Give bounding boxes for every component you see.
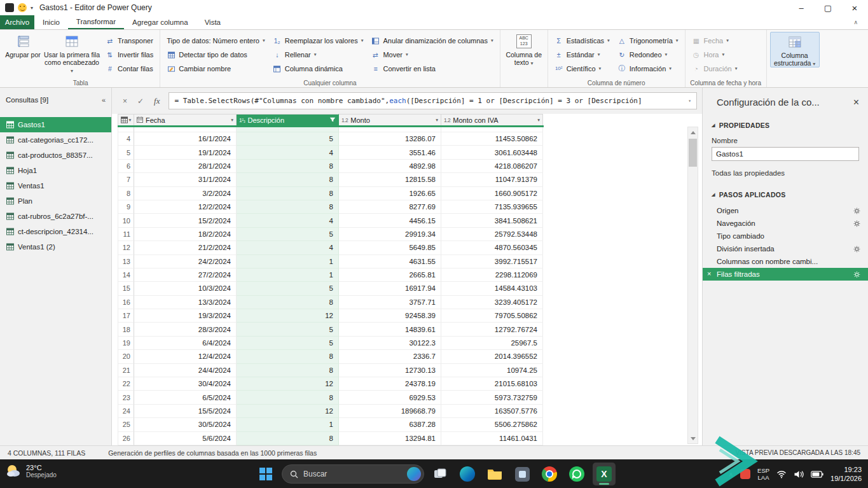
cell-descripcion[interactable]: 8 — [237, 350, 339, 363]
column-header-monto[interactable]: 1.2 Monto ▾ — [339, 114, 441, 125]
cell-fecha[interactable]: 30/5/2024 — [134, 418, 237, 431]
invertir-filas-button[interactable]: ⇅Invertir filas — [102, 48, 156, 61]
step-settings-gear-icon[interactable] — [853, 207, 860, 214]
cell-monto-con-iva[interactable]: 3239.405172 — [441, 296, 543, 309]
cell-descripcion[interactable]: 12 — [237, 405, 339, 418]
estadisticas-button[interactable]: ΣEstadísticas▾ — [551, 34, 613, 47]
select-all-corner[interactable]: ▾ — [118, 114, 134, 125]
cell-descripcion[interactable]: 5 — [237, 132, 339, 146]
hora-button[interactable]: ◷Hora▾ — [689, 48, 741, 61]
cell-monto-con-iva[interactable]: 1660.905172 — [441, 187, 543, 200]
cell-monto-con-iva[interactable]: 79705.50862 — [441, 309, 543, 323]
cell-descripcion[interactable]: 1 — [237, 255, 339, 268]
language-indicator[interactable]: ESP LAA — [757, 467, 769, 482]
whatsapp-button[interactable] — [565, 463, 588, 485]
agrupar-por-button[interactable]: Agrupar por — [4, 32, 41, 59]
expand-formula-icon[interactable]: ▾ — [683, 98, 691, 104]
cell-monto-con-iva[interactable]: 14584.43103 — [441, 282, 543, 295]
cell-descripcion[interactable]: 8 — [237, 391, 339, 404]
redondeo-button[interactable]: ↻Redondeo▾ — [614, 48, 682, 61]
cell-fecha[interactable]: 28/1/2024 — [134, 160, 237, 173]
chrome-button[interactable] — [538, 463, 561, 485]
cell-monto-con-iva[interactable]: 2014.396552 — [441, 350, 543, 363]
cell-monto[interactable]: 3551.46 — [339, 146, 441, 159]
row-number[interactable]: 14 — [118, 268, 134, 282]
cell-descripcion[interactable]: 4 — [237, 214, 339, 227]
cell-descripcion[interactable]: 4 — [237, 241, 339, 254]
cell-monto[interactable]: 6929.53 — [339, 391, 441, 404]
cell-monto[interactable]: 6387.28 — [339, 418, 441, 431]
cell-fecha[interactable]: 5/6/2024 — [134, 432, 237, 445]
cell-fecha[interactable]: 6/4/2024 — [134, 337, 237, 350]
cell-fecha[interactable]: 24/2/2024 — [134, 255, 237, 268]
cell-descripcion[interactable]: 5 — [237, 282, 339, 295]
column-header-fecha[interactable]: Fecha ▾ — [134, 114, 237, 125]
query-item[interactable]: Hoja1 — [0, 163, 111, 178]
search-highlights-icon[interactable] — [407, 467, 421, 481]
row-number[interactable]: 9 — [118, 200, 134, 214]
rellenar-button[interactable]: ↓Rellenar▾ — [270, 48, 367, 61]
scroll-up-arrow[interactable] — [688, 127, 698, 137]
cell-monto-con-iva[interactable]: 5973.732759 — [441, 391, 543, 404]
row-number[interactable]: 19 — [118, 337, 134, 350]
commit-formula-icon[interactable]: ✓ — [137, 97, 144, 106]
transponer-button[interactable]: ⇄Transponer — [102, 34, 156, 47]
volume-icon[interactable] — [794, 470, 804, 478]
cell-monto[interactable]: 30122.3 — [339, 337, 441, 350]
cell-fecha[interactable]: 19/3/2024 — [134, 309, 237, 323]
cell-fecha[interactable]: 12/2/2024 — [134, 200, 237, 214]
applied-step[interactable]: Navegación — [703, 217, 868, 230]
applied-steps-header[interactable]: ◢ PASOS APLICADOS — [703, 191, 868, 199]
filter-applied-icon[interactable] — [329, 116, 336, 124]
columna-de-texto-button[interactable]: ABC123 Columna de texto ▾ — [504, 32, 544, 66]
cell-descripcion[interactable]: 1 — [237, 418, 339, 431]
cell-monto[interactable]: 1926.65 — [339, 187, 441, 200]
informacion-button[interactable]: ⓘInformación▾ — [614, 62, 682, 75]
mover-button[interactable]: ⇄Mover▾ — [368, 48, 496, 61]
clock-widget[interactable]: 19:23 19/1/2026 — [830, 465, 862, 484]
cell-descripcion[interactable]: 8 — [237, 200, 339, 214]
row-number[interactable]: 11 — [118, 228, 134, 241]
query-item[interactable]: cat-categorias_cc172... — [0, 132, 111, 148]
row-number[interactable]: 25 — [118, 418, 134, 431]
tipo-de-datos-button[interactable]: Tipo de datos: Número entero▾ — [163, 34, 268, 47]
cell-fecha[interactable]: 24/4/2024 — [134, 364, 237, 377]
tab-transformar[interactable]: Transformar — [68, 15, 124, 29]
cell-fecha[interactable]: 3/2/2024 — [134, 187, 237, 200]
row-number[interactable]: 4 — [118, 132, 134, 146]
cell-monto[interactable]: 2336.7 — [339, 350, 441, 363]
cell-fecha[interactable]: 18/2/2024 — [134, 228, 237, 241]
wifi-icon[interactable] — [776, 470, 787, 478]
vertical-scrollbar[interactable] — [687, 127, 698, 444]
usar-primera-fila-button[interactable]: Usar la primera fila como encabezado ▾ — [43, 32, 101, 74]
row-number[interactable]: 15 — [118, 282, 134, 295]
scroll-down-arrow[interactable] — [688, 433, 698, 443]
cell-monto[interactable]: 2665.81 — [339, 268, 441, 282]
tray-overflow-chevron-icon[interactable]: ∧ — [729, 471, 733, 478]
cell-monto-con-iva[interactable]: 4218.086207 — [441, 160, 543, 173]
search-box[interactable]: Buscar — [282, 464, 424, 484]
cell-monto-con-iva[interactable]: 163507.5776 — [441, 405, 543, 418]
collapse-ribbon-icon[interactable]: ∧ — [853, 15, 868, 29]
cell-monto-con-iva[interactable]: 3841.508621 — [441, 214, 543, 227]
cell-monto[interactable]: 29919.34 — [339, 228, 441, 241]
cell-monto[interactable]: 4456.15 — [339, 214, 441, 227]
cell-monto-con-iva[interactable]: 25792.53448 — [441, 228, 543, 241]
cell-descripcion[interactable]: 8 — [237, 187, 339, 200]
row-number[interactable]: 26 — [118, 432, 134, 445]
filter-dropdown-icon[interactable]: ▾ — [436, 117, 438, 123]
cell-descripcion[interactable]: 8 — [237, 160, 339, 173]
cell-fecha[interactable]: 16/1/2024 — [134, 132, 237, 146]
tray-app-icon[interactable] — [740, 469, 750, 479]
properties-section-header[interactable]: ◢ PROPIEDADES — [712, 122, 859, 129]
tab-vista[interactable]: Vista — [196, 15, 229, 29]
row-number[interactable]: 8 — [118, 187, 134, 200]
convertir-lista-button[interactable]: ≡Convertir en lista — [368, 62, 496, 75]
cell-monto-con-iva[interactable]: 10974.25 — [441, 364, 543, 377]
cell-descripcion[interactable]: 5 — [237, 323, 339, 336]
fecha-button[interactable]: ▦Fecha▾ — [689, 34, 741, 47]
cell-fecha[interactable]: 6/5/2024 — [134, 391, 237, 404]
cell-monto[interactable]: 4631.55 — [339, 255, 441, 268]
applied-step[interactable]: División insertada — [703, 242, 868, 255]
row-number[interactable]: 7 — [118, 173, 134, 186]
